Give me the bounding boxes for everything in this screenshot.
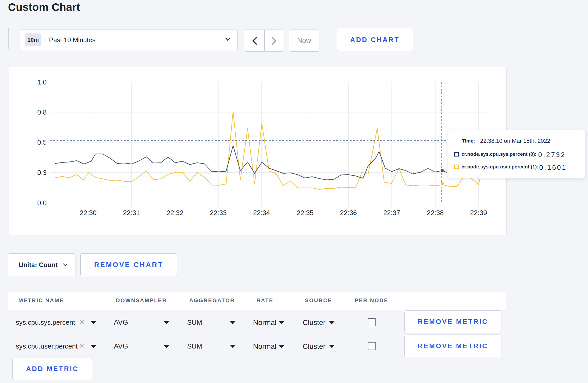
svg-text:22:32: 22:32 xyxy=(166,209,183,217)
svg-text:22:38: 22:38 xyxy=(427,209,444,217)
svg-text:22:39: 22:39 xyxy=(470,209,487,217)
svg-text:0.8: 0.8 xyxy=(37,108,47,116)
svg-text:0.3: 0.3 xyxy=(37,169,47,176)
svg-text:0.0: 0.0 xyxy=(37,199,47,207)
svg-text:22:30: 22:30 xyxy=(80,209,96,217)
svg-text:22:36: 22:36 xyxy=(340,209,357,217)
svg-text:0.5: 0.5 xyxy=(37,138,47,146)
svg-text:22:33: 22:33 xyxy=(210,209,227,217)
svg-text:22:37: 22:37 xyxy=(383,209,400,217)
svg-text:1.0: 1.0 xyxy=(37,78,47,86)
svg-text:22:34: 22:34 xyxy=(253,209,270,217)
svg-text:22:35: 22:35 xyxy=(297,209,313,217)
svg-text:22:31: 22:31 xyxy=(123,209,140,217)
